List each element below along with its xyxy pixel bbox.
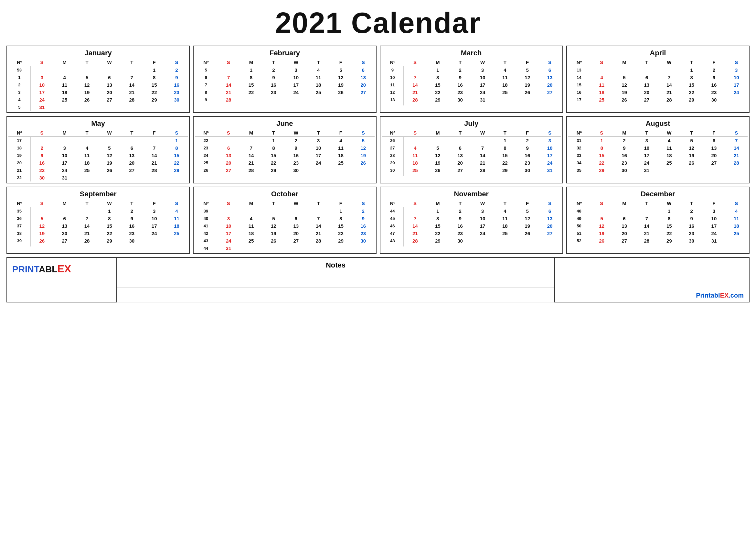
day-cell: 23: [680, 230, 703, 237]
day-cell: 16: [516, 152, 538, 159]
day-header: S: [166, 200, 188, 207]
day-cell: [30, 207, 53, 215]
note-line-1[interactable]: [117, 273, 554, 288]
note-line-2[interactable]: [117, 288, 554, 302]
day-cell: [635, 207, 658, 215]
week-number: [568, 103, 590, 105]
day-cell: 10: [635, 144, 658, 152]
week-number: 52: [568, 237, 590, 244]
day-cell: [240, 244, 262, 252]
day-cell: [703, 103, 725, 105]
day-cell: 3: [725, 66, 747, 74]
day-cell: 25: [307, 89, 329, 96]
day-cell: 16: [703, 81, 725, 89]
day-cell: 30: [30, 174, 53, 182]
day-cell: 26: [680, 159, 703, 167]
week-number: 10: [382, 74, 404, 81]
day-cell: 10: [725, 74, 747, 81]
day-header: T: [635, 200, 658, 207]
day-cell: 3: [307, 137, 329, 145]
calendar-table-february: NºSMTWTFS5123456678910111213714151617181…: [195, 59, 374, 105]
day-header: M: [613, 129, 635, 137]
day-header: T: [121, 129, 143, 137]
day-cell: 31: [217, 244, 240, 252]
day-cell: [725, 237, 747, 244]
day-cell: [725, 103, 747, 105]
week-number: 39: [9, 237, 30, 244]
day-cell: [307, 96, 329, 103]
day-cell: 18: [166, 222, 188, 230]
day-cell: 21: [635, 230, 658, 237]
month-december: DecemberNºSMTWTFS48123449567891011501213…: [566, 187, 749, 254]
week-number: 1: [9, 74, 30, 81]
day-cell: [53, 66, 76, 74]
day-header: M: [53, 200, 76, 207]
day-header: S: [590, 129, 613, 137]
day-header: T: [449, 200, 471, 207]
day-cell: [143, 103, 165, 111]
month-june: JuneNºSMTWTFS221234523678910111224131415…: [193, 116, 376, 183]
day-cell: [516, 237, 538, 244]
week-number: 32: [568, 144, 590, 152]
day-header: M: [613, 200, 635, 207]
day-header: S: [217, 129, 240, 137]
day-cell: [635, 66, 658, 74]
day-cell: 31: [635, 167, 658, 174]
week-number: 36: [9, 215, 30, 222]
day-cell: 2: [262, 66, 285, 74]
day-cell: 24: [53, 167, 76, 174]
day-cell: 19: [613, 89, 635, 96]
week-number: 22: [195, 137, 217, 145]
day-header: S: [404, 129, 427, 137]
day-header: T: [635, 59, 658, 66]
day-cell: 15: [494, 152, 516, 159]
day-cell: [262, 96, 285, 103]
day-cell: 20: [449, 159, 471, 167]
day-cell: 18: [494, 81, 516, 89]
day-cell: 25: [240, 237, 262, 244]
calendar-table-june: NºSMTWTFS2212345236789101112241314151617…: [195, 129, 374, 176]
day-cell: 11: [307, 74, 329, 81]
day-cell: 26: [352, 159, 374, 167]
day-cell: [538, 96, 561, 103]
week-number: Nº: [568, 200, 590, 207]
day-header: T: [262, 129, 285, 137]
day-cell: 13: [352, 74, 374, 81]
day-header: F: [703, 59, 725, 66]
day-cell: 3: [471, 207, 494, 215]
day-cell: [658, 244, 680, 246]
day-header: S: [352, 59, 374, 66]
day-cell: 29: [680, 96, 703, 103]
day-cell: 25: [658, 159, 680, 167]
month-july: JulyNºSMTWTFS261232745678910281112131415…: [380, 116, 563, 183]
day-header: S: [538, 200, 561, 207]
week-number: 49: [568, 215, 590, 222]
day-cell: 17: [538, 152, 561, 159]
day-cell: [330, 244, 352, 252]
day-cell: 17: [471, 81, 494, 89]
week-number: 3: [9, 89, 30, 96]
day-cell: 22: [680, 89, 703, 96]
day-cell: [121, 174, 143, 182]
day-cell: 7: [635, 215, 658, 222]
day-cell: [76, 66, 98, 74]
day-cell: 1: [427, 207, 449, 215]
day-header: M: [427, 59, 449, 66]
day-cell: 28: [725, 159, 747, 167]
day-cell: 22: [262, 159, 285, 167]
day-cell: 21: [240, 159, 262, 167]
day-cell: [404, 174, 427, 176]
day-cell: [98, 66, 121, 74]
day-cell: 2: [516, 137, 538, 145]
day-header: S: [538, 59, 561, 66]
note-line-3[interactable]: [117, 302, 554, 317]
day-header: F: [330, 200, 352, 207]
day-cell: 15: [427, 81, 449, 89]
day-cell: 11: [240, 222, 262, 230]
day-header: F: [516, 129, 538, 137]
day-cell: 13: [635, 81, 658, 89]
day-cell: [680, 244, 703, 246]
day-cell: [538, 103, 561, 105]
day-cell: [330, 103, 352, 105]
day-cell: 5: [590, 215, 613, 222]
